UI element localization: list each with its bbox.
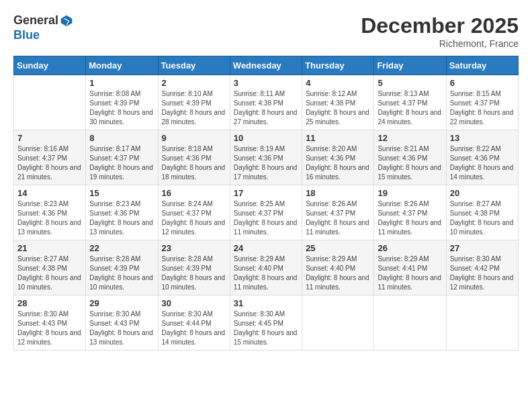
- day-info: Sunrise: 8:24 AMSunset: 4:37 PMDaylight:…: [162, 199, 226, 237]
- day-number: 22: [89, 243, 154, 253]
- calendar-cell: 13Sunrise: 8:22 AMSunset: 4:36 PMDayligh…: [446, 130, 518, 185]
- calendar-cell: 31Sunrise: 8:30 AMSunset: 4:45 PMDayligh…: [230, 295, 302, 351]
- logo: General Blue: [13, 13, 73, 42]
- calendar-cell: 25Sunrise: 8:29 AMSunset: 4:40 PMDayligh…: [302, 240, 374, 295]
- day-header-thursday: Thursday: [302, 56, 374, 75]
- calendar-cell: 10Sunrise: 8:19 AMSunset: 4:36 PMDayligh…: [230, 130, 302, 185]
- calendar-cell: 23Sunrise: 8:28 AMSunset: 4:39 PMDayligh…: [158, 240, 230, 295]
- calendar-cell: 12Sunrise: 8:21 AMSunset: 4:36 PMDayligh…: [374, 130, 446, 185]
- day-info: Sunrise: 8:23 AMSunset: 4:36 PMDaylight:…: [17, 199, 82, 237]
- calendar-header-row: SundayMondayTuesdayWednesdayThursdayFrid…: [14, 56, 519, 75]
- day-info: Sunrise: 8:16 AMSunset: 4:37 PMDaylight:…: [17, 144, 82, 182]
- day-info: Sunrise: 8:22 AMSunset: 4:36 PMDaylight:…: [450, 144, 515, 182]
- day-number: 24: [234, 243, 298, 253]
- day-header-sunday: Sunday: [14, 56, 86, 75]
- logo-icon: [60, 14, 73, 28]
- calendar-cell: 15Sunrise: 8:23 AMSunset: 4:36 PMDayligh…: [86, 185, 158, 240]
- calendar-cell: 30Sunrise: 8:30 AMSunset: 4:44 PMDayligh…: [158, 295, 230, 351]
- day-number: 17: [234, 188, 298, 198]
- day-info: Sunrise: 8:13 AMSunset: 4:37 PMDaylight:…: [378, 89, 442, 127]
- calendar-cell: 1Sunrise: 8:08 AMSunset: 4:39 PMDaylight…: [86, 75, 158, 130]
- day-info: Sunrise: 8:25 AMSunset: 4:37 PMDaylight:…: [234, 199, 298, 237]
- calendar-cell: 2Sunrise: 8:10 AMSunset: 4:39 PMDaylight…: [158, 75, 230, 130]
- calendar-week-5: 28Sunrise: 8:30 AMSunset: 4:43 PMDayligh…: [14, 295, 519, 351]
- day-number: 1: [89, 78, 154, 88]
- day-info: Sunrise: 8:26 AMSunset: 4:37 PMDaylight:…: [378, 199, 442, 237]
- day-header-wednesday: Wednesday: [230, 56, 302, 75]
- day-info: Sunrise: 8:10 AMSunset: 4:39 PMDaylight:…: [162, 89, 226, 127]
- calendar-cell: 21Sunrise: 8:27 AMSunset: 4:38 PMDayligh…: [14, 240, 86, 295]
- calendar-cell: 24Sunrise: 8:29 AMSunset: 4:40 PMDayligh…: [230, 240, 302, 295]
- day-info: Sunrise: 8:27 AMSunset: 4:38 PMDaylight:…: [17, 255, 82, 292]
- logo-general: General: [13, 13, 58, 28]
- day-number: 27: [450, 243, 515, 253]
- day-info: Sunrise: 8:30 AMSunset: 4:44 PMDaylight:…: [162, 310, 226, 347]
- calendar-cell: 17Sunrise: 8:25 AMSunset: 4:37 PMDayligh…: [230, 185, 302, 240]
- day-info: Sunrise: 8:30 AMSunset: 4:43 PMDaylight:…: [17, 310, 82, 347]
- day-info: Sunrise: 8:28 AMSunset: 4:39 PMDaylight:…: [89, 255, 154, 292]
- day-number: 23: [162, 243, 226, 253]
- calendar-cell: 4Sunrise: 8:12 AMSunset: 4:38 PMDaylight…: [302, 75, 374, 130]
- day-header-friday: Friday: [374, 56, 446, 75]
- day-number: 26: [378, 243, 442, 253]
- calendar-cell: 22Sunrise: 8:28 AMSunset: 4:39 PMDayligh…: [86, 240, 158, 295]
- calendar-cell: 14Sunrise: 8:23 AMSunset: 4:36 PMDayligh…: [14, 185, 86, 240]
- day-info: Sunrise: 8:23 AMSunset: 4:36 PMDaylight:…: [89, 199, 154, 237]
- calendar-cell: [14, 75, 86, 130]
- calendar-cell: 7Sunrise: 8:16 AMSunset: 4:37 PMDaylight…: [14, 130, 86, 185]
- day-info: Sunrise: 8:19 AMSunset: 4:36 PMDaylight:…: [234, 144, 298, 182]
- day-info: Sunrise: 8:30 AMSunset: 4:43 PMDaylight:…: [89, 310, 154, 347]
- day-number: 13: [450, 133, 515, 143]
- logo-blue: Blue: [13, 28, 40, 42]
- day-info: Sunrise: 8:21 AMSunset: 4:36 PMDaylight:…: [378, 144, 442, 182]
- day-number: 14: [17, 188, 82, 198]
- page-header: General Blue December 2025 Richemont, Fr…: [13, 13, 519, 49]
- day-number: 10: [234, 133, 298, 143]
- calendar-week-1: 1Sunrise: 8:08 AMSunset: 4:39 PMDaylight…: [14, 75, 519, 130]
- day-info: Sunrise: 8:18 AMSunset: 4:36 PMDaylight:…: [162, 144, 226, 182]
- day-number: 16: [162, 188, 226, 198]
- calendar-cell: 18Sunrise: 8:26 AMSunset: 4:37 PMDayligh…: [302, 185, 374, 240]
- calendar-cell: 20Sunrise: 8:27 AMSunset: 4:38 PMDayligh…: [446, 185, 518, 240]
- calendar-cell: [446, 295, 518, 351]
- calendar-cell: 9Sunrise: 8:18 AMSunset: 4:36 PMDaylight…: [158, 130, 230, 185]
- day-info: Sunrise: 8:12 AMSunset: 4:38 PMDaylight:…: [306, 89, 370, 127]
- day-info: Sunrise: 8:17 AMSunset: 4:37 PMDaylight:…: [89, 144, 154, 182]
- day-info: Sunrise: 8:08 AMSunset: 4:39 PMDaylight:…: [89, 89, 154, 127]
- month-title: December 2025: [361, 13, 519, 38]
- day-header-saturday: Saturday: [446, 56, 518, 75]
- calendar-week-4: 21Sunrise: 8:27 AMSunset: 4:38 PMDayligh…: [14, 240, 519, 295]
- day-number: 3: [234, 78, 298, 88]
- day-number: 9: [162, 133, 226, 143]
- day-info: Sunrise: 8:26 AMSunset: 4:37 PMDaylight:…: [306, 199, 370, 237]
- day-number: 29: [89, 298, 154, 308]
- calendar-cell: [302, 295, 374, 351]
- calendar-cell: 11Sunrise: 8:20 AMSunset: 4:36 PMDayligh…: [302, 130, 374, 185]
- day-number: 20: [450, 188, 515, 198]
- day-number: 15: [89, 188, 154, 198]
- calendar-cell: 26Sunrise: 8:29 AMSunset: 4:41 PMDayligh…: [374, 240, 446, 295]
- day-info: Sunrise: 8:20 AMSunset: 4:36 PMDaylight:…: [306, 144, 370, 182]
- calendar-cell: 28Sunrise: 8:30 AMSunset: 4:43 PMDayligh…: [14, 295, 86, 351]
- day-number: 8: [89, 133, 154, 143]
- day-header-tuesday: Tuesday: [158, 56, 230, 75]
- day-number: 5: [378, 78, 442, 88]
- day-info: Sunrise: 8:11 AMSunset: 4:38 PMDaylight:…: [234, 89, 298, 127]
- day-number: 4: [306, 78, 370, 88]
- day-info: Sunrise: 8:30 AMSunset: 4:42 PMDaylight:…: [450, 255, 515, 292]
- calendar-cell: 5Sunrise: 8:13 AMSunset: 4:37 PMDaylight…: [374, 75, 446, 130]
- day-info: Sunrise: 8:28 AMSunset: 4:39 PMDaylight:…: [162, 255, 226, 292]
- location: Richemont, France: [361, 38, 519, 49]
- day-number: 2: [162, 78, 226, 88]
- calendar-cell: 27Sunrise: 8:30 AMSunset: 4:42 PMDayligh…: [446, 240, 518, 295]
- day-info: Sunrise: 8:30 AMSunset: 4:45 PMDaylight:…: [234, 310, 298, 347]
- title-block: December 2025 Richemont, France: [361, 13, 519, 49]
- day-number: 11: [306, 133, 370, 143]
- day-number: 19: [378, 188, 442, 198]
- day-number: 6: [450, 78, 515, 88]
- day-number: 18: [306, 188, 370, 198]
- calendar-cell: 16Sunrise: 8:24 AMSunset: 4:37 PMDayligh…: [158, 185, 230, 240]
- day-number: 28: [17, 298, 82, 308]
- day-number: 7: [17, 133, 82, 143]
- calendar-cell: 3Sunrise: 8:11 AMSunset: 4:38 PMDaylight…: [230, 75, 302, 130]
